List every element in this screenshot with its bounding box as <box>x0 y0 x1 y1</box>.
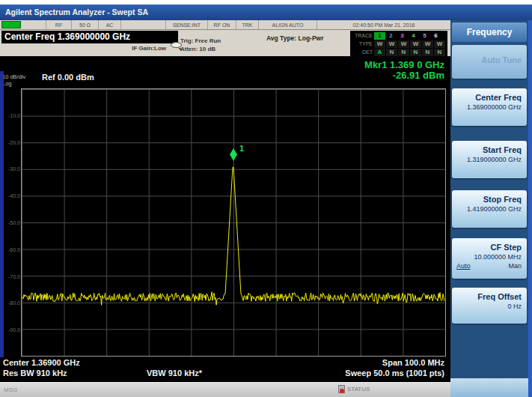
os-taskbar: MSG STATUS <box>0 382 450 397</box>
center-freq-value: 1.369000000 GHz <box>456 103 522 112</box>
marker-amplitude: -26.91 dBm <box>364 70 444 81</box>
start-freq-label: Start Freq <box>456 145 522 155</box>
softkey-auto-tune[interactable]: Auto Tune <box>452 45 527 79</box>
analyzer-display: Center Freq 1.369000000 GHz IF Gain:Low … <box>0 30 450 382</box>
softkey-cf-step[interactable]: CF Step 10.000000 MHz Auto Man <box>452 238 527 279</box>
menu-title-frequency: Frequency <box>452 22 527 42</box>
status-segment-trk: TRK <box>236 20 259 29</box>
status-segment-impedance: 50 Ω <box>72 20 99 29</box>
y-tick-label: -30.0 <box>8 166 20 172</box>
trace-type: W <box>374 40 385 48</box>
y-tick-label: -90.0 <box>8 327 20 333</box>
y-tick-label: -40.0 <box>8 193 20 198</box>
trace-type: W <box>386 40 397 48</box>
trace-4-indicator: 4 <box>408 32 419 40</box>
type-row-label: TYPE <box>350 41 374 46</box>
softkey-center-freq[interactable]: Center Freq 1.369000000 GHz <box>452 88 527 126</box>
trace-type: W <box>398 40 409 48</box>
softkey-start-freq[interactable]: Start Freq 1.319000000 GHz <box>452 141 527 178</box>
marker-1-number-label: 1 <box>239 144 244 153</box>
status-segment-rf: RF <box>46 20 72 29</box>
freq-offset-value: 0 Hz <box>456 302 522 311</box>
measurement-bar: Center Freq 1.369000000 GHz IF Gain:Low … <box>0 30 450 56</box>
trace-det: A <box>374 49 385 56</box>
sidebar-bottom-strip <box>450 378 528 397</box>
cf-step-auto-option[interactable]: Auto <box>456 261 471 270</box>
status-label: STATUS <box>347 386 370 393</box>
y-tick-label: -20.0 <box>8 139 20 145</box>
trace-type: W <box>422 40 433 48</box>
annot-span: Span 100.0 MHz <box>382 358 444 367</box>
det-row-label: DET <box>350 49 374 55</box>
trace-det: N <box>398 49 409 56</box>
y-tick-label: -50.0 <box>8 220 20 225</box>
annot-center-freq: Center 1.36900 GHz <box>3 358 80 367</box>
trace-2-indicator: 2 <box>385 32 397 40</box>
y-tick-label: -60.0 <box>8 246 20 252</box>
scale-per-div-label: 10 dB/div <box>2 73 25 80</box>
trace-1-indicator: 1 <box>374 32 385 40</box>
spectrum-trace-svg: 1 <box>22 89 445 356</box>
status-alert-icon <box>338 385 345 393</box>
stop-freq-value: 1.419000000 GHz <box>456 204 522 213</box>
softkey-stop-freq[interactable]: Stop Freq 1.419000000 GHz <box>452 190 527 228</box>
status-segment-sense: SENSE:INT <box>166 20 208 29</box>
atten-label: Atten: 10 dB <box>180 45 221 53</box>
trigger-label: Trig: Free Run <box>180 37 221 45</box>
trigger-atten-labels: Trig: Free Run Atten: 10 dB <box>180 37 221 53</box>
screen: Agilent Spectrum Analyzer - Swept SA RF … <box>0 0 532 397</box>
annot-vbw: VBW 910 kHz* <box>147 369 202 378</box>
trace-type: W <box>434 40 445 48</box>
cf-step-value: 10.000000 MHz <box>456 252 522 261</box>
trace-det: N <box>422 49 433 56</box>
if-gain-label: IF Gain:Low <box>0 45 166 52</box>
cf-step-label: CF Step <box>456 243 522 252</box>
trace-status-block: TRACE 1 2 3 4 5 6 TYPE W W W W W W <box>350 31 447 58</box>
freq-offset-label: Freq Offset <box>456 292 522 302</box>
y-tick-label: -80.0 <box>8 300 20 306</box>
y-axis-tick-labels: -10.0-20.0-30.0-40.0-50.0-60.0-70.0-80.0… <box>1 88 20 357</box>
cf-step-man-option[interactable]: Man <box>508 261 522 270</box>
trace-det: N <box>410 49 421 56</box>
status-bar-button[interactable]: STATUS <box>338 385 370 393</box>
status-datetime: 02:40:50 PM Mar 21, 2016 <box>317 20 450 29</box>
status-segment-align: ALIGN AUTO <box>259 20 317 29</box>
center-freq-label: Center Freq <box>456 93 522 103</box>
msg-bar[interactable]: MSG <box>4 387 17 393</box>
trace-5-indicator: 5 <box>419 32 430 40</box>
window-title: Agilent Spectrum Analyzer - Swept SA <box>5 7 148 16</box>
trace-row-label: TRACE <box>350 33 374 38</box>
center-freq-readout[interactable]: Center Freq 1.369000000 GHz <box>1 31 178 43</box>
y-tick-label: -70.0 <box>8 273 20 279</box>
trace-3-indicator: 3 <box>397 32 408 40</box>
trace-6-indicator: 6 <box>430 32 441 40</box>
instrument-status-bar: RF 50 Ω AC SENSE:INT RF ON TRK ALIGN AUT… <box>0 20 450 30</box>
softkey-freq-offset[interactable]: Freq Offset 0 Hz <box>452 288 527 324</box>
start-freq-value: 1.319000000 GHz <box>456 155 522 164</box>
sidebar-edge-strip <box>528 20 532 397</box>
ref-level-label: Ref 0.00 dBm <box>42 73 94 82</box>
status-led-icon <box>1 21 21 28</box>
marker-readout: Mkr1 1.369 0 GHz -26.91 dBm <box>364 60 444 81</box>
trace-type: W <box>410 40 421 48</box>
annot-res-bw: Res BW 910 kHz <box>3 369 67 378</box>
marker-freq: Mkr1 1.369 0 GHz <box>364 60 444 70</box>
trace-det: N <box>434 49 445 56</box>
avg-type-label: Avg Type: Log-Pwr <box>266 34 324 42</box>
marker-1-diamond-icon[interactable] <box>230 148 237 161</box>
trace-det: N <box>386 49 397 56</box>
y-tick-label: -10.0 <box>8 112 20 118</box>
status-segment <box>21 20 46 29</box>
auto-tune-label: Auto Tune <box>456 49 522 65</box>
window-title-bar: Agilent Spectrum Analyzer - Swept SA <box>0 4 532 20</box>
status-segment-coupling: AC <box>99 20 121 29</box>
spectrum-plot-grid: 1 <box>21 88 446 357</box>
stop-freq-label: Stop Freq <box>456 195 522 204</box>
annot-sweep: Sweep 50.0 ms (1001 pts) <box>345 369 444 378</box>
softkey-menu: Frequency Auto Tune Center Freq 1.369000… <box>450 20 532 397</box>
status-segment <box>121 20 166 29</box>
status-segment-rf-on: RF ON <box>208 20 236 29</box>
